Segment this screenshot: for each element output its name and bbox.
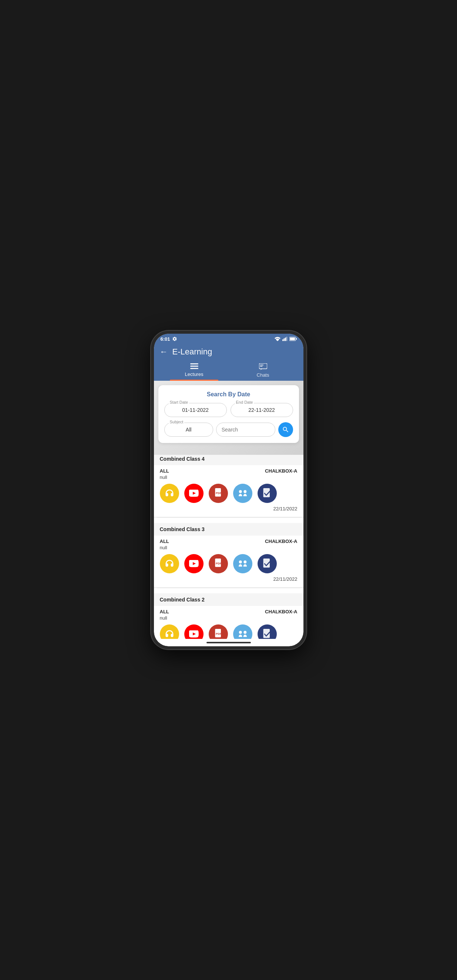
- gear-icon: [172, 336, 177, 342]
- start-date-input[interactable]: 01-11-2022: [164, 403, 227, 417]
- class-card-4: Combined Class 4 ALL CHALKBOX-A null: [154, 447, 303, 517]
- svg-point-29: [243, 631, 246, 634]
- headphone-svg-2: [164, 629, 175, 639]
- group-svg-3: [237, 560, 248, 568]
- svg-rect-11: [191, 366, 192, 367]
- tabs-container: Lectures Chats: [160, 360, 298, 381]
- youtube-icon-4[interactable]: [184, 484, 203, 503]
- status-time-text: 6:01: [160, 336, 170, 342]
- tab-chats-label: Chats: [257, 372, 270, 378]
- status-bar: 6:01: [154, 334, 303, 344]
- class-chalkbox-3: CHALKBOX-A: [265, 539, 297, 544]
- search-by-date-title: Search By Date: [164, 391, 293, 398]
- group-icon-3[interactable]: [233, 554, 252, 573]
- class-chalkbox-4: CHALKBOX-A: [265, 468, 297, 474]
- svg-rect-3: [286, 337, 287, 341]
- phone-frame: 6:01: [151, 331, 306, 649]
- headphone-svg: [164, 488, 175, 498]
- svg-point-24: [243, 560, 246, 563]
- svg-rect-7: [190, 363, 198, 364]
- tab-chats[interactable]: Chats: [228, 360, 298, 381]
- search-button[interactable]: [278, 422, 293, 437]
- class-all-2: ALL: [160, 609, 169, 614]
- svg-rect-8: [190, 366, 198, 367]
- doc-icon-3[interactable]: [257, 554, 277, 573]
- doc-svg: [262, 488, 272, 498]
- svg-point-19: [243, 490, 246, 493]
- tab-lectures-label: Lectures: [185, 371, 203, 377]
- class-icons-4: PDF: [160, 484, 298, 503]
- app-title: E-Learning: [173, 347, 213, 357]
- class-meta-2: ALL CHALKBOX-A: [160, 609, 298, 614]
- start-date-field: Start Date 01-11-2022: [164, 403, 227, 417]
- signal-icon: [282, 337, 287, 341]
- class-name-3: Combined Class 3: [160, 526, 205, 532]
- svg-point-28: [239, 631, 242, 634]
- subject-field: Subject All: [164, 423, 213, 437]
- end-date-field: End Date 22-11-2022: [230, 403, 293, 417]
- svg-rect-9: [190, 368, 198, 369]
- svg-rect-12: [191, 368, 192, 369]
- doc-icon-2[interactable]: [257, 624, 277, 639]
- class-all-3: ALL: [160, 539, 169, 544]
- headphone-icon-4[interactable]: [160, 484, 179, 503]
- class-chalkbox-2: CHALKBOX-A: [265, 609, 297, 614]
- search-input-wrap: [216, 423, 275, 437]
- svg-point-18: [239, 490, 242, 493]
- chats-icon: [259, 363, 267, 371]
- pdf-icon-2[interactable]: PDF: [209, 624, 228, 639]
- pdf-svg: PDF: [214, 488, 223, 498]
- svg-point-23: [239, 560, 242, 563]
- subject-input[interactable]: All: [164, 423, 213, 437]
- status-time-group: 6:01: [160, 336, 177, 342]
- end-date-label: End Date: [235, 400, 254, 404]
- pdf-svg-3: PDF: [214, 558, 223, 569]
- search-text-input[interactable]: [216, 423, 275, 437]
- date-row: Start Date 01-11-2022 End Date 22-11-202…: [164, 403, 293, 417]
- headphone-icon-2[interactable]: [160, 624, 179, 639]
- svg-rect-13: [259, 363, 267, 369]
- search-card: Search By Date Start Date 01-11-2022 End…: [159, 385, 299, 443]
- class-null-3: null: [160, 545, 298, 550]
- wifi-icon: [275, 337, 281, 341]
- youtube-icon-2[interactable]: [184, 624, 203, 639]
- status-icons: [275, 337, 297, 341]
- class-date-3: 22/11/2022: [160, 576, 298, 582]
- pdf-svg-2: PDF: [214, 629, 223, 639]
- pdf-icon-4[interactable]: PDF: [209, 484, 228, 503]
- subject-search-row: Subject All: [164, 422, 293, 437]
- group-icon-4[interactable]: [233, 484, 252, 503]
- class-all-4: ALL: [160, 468, 169, 474]
- youtube-icon-3[interactable]: [184, 554, 203, 573]
- youtube-svg: [189, 490, 199, 497]
- subject-label: Subject: [169, 420, 185, 424]
- doc-svg-2: [262, 629, 272, 639]
- class-header-3: Combined Class 3: [154, 523, 303, 536]
- svg-rect-15: [260, 366, 262, 367]
- class-header-2: Combined Class 2: [154, 593, 303, 606]
- svg-rect-10: [191, 363, 192, 364]
- headphone-svg-3: [164, 558, 175, 569]
- back-button[interactable]: ←: [160, 347, 168, 357]
- doc-svg-3: [262, 558, 272, 569]
- lectures-icon: [190, 363, 198, 370]
- class-name-4: Combined Class 4: [160, 456, 205, 462]
- class-card-2: Combined Class 2 ALL CHALKBOX-A null: [154, 588, 303, 639]
- class-name-2: Combined Class 2: [160, 597, 205, 603]
- doc-icon-4[interactable]: [257, 484, 277, 503]
- home-indicator[interactable]: [206, 642, 251, 643]
- headphone-icon-3[interactable]: [160, 554, 179, 573]
- tab-lectures[interactable]: Lectures: [160, 360, 228, 381]
- svg-rect-5: [296, 338, 297, 340]
- svg-rect-14: [260, 365, 263, 366]
- end-date-input[interactable]: 22-11-2022: [230, 403, 293, 417]
- group-svg: [237, 489, 248, 497]
- group-icon-2[interactable]: [233, 624, 252, 639]
- content-area: BACK TO SCHOOL Search By Date Start Date…: [154, 381, 303, 639]
- svg-text:PDF: PDF: [216, 492, 222, 495]
- class-null-2: null: [160, 615, 298, 621]
- class-icons-3: PDF: [160, 554, 298, 573]
- class-meta-3: ALL CHALKBOX-A: [160, 539, 298, 544]
- pdf-icon-3[interactable]: PDF: [209, 554, 228, 573]
- youtube-svg-2: [189, 630, 199, 638]
